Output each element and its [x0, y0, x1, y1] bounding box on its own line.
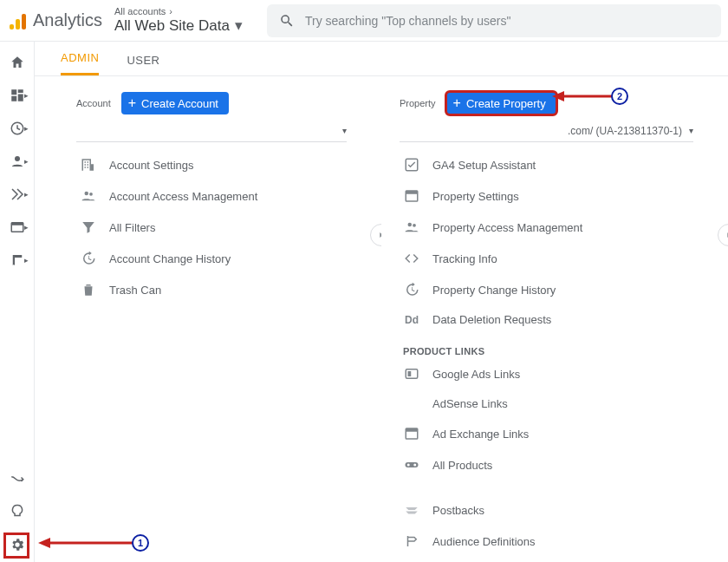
menu-item[interactable]: DdCustom Definitions	[382, 557, 728, 562]
account-selector[interactable]: ▾	[76, 120, 347, 142]
svg-point-10	[413, 224, 416, 227]
svg-point-16	[407, 464, 410, 467]
tab-user[interactable]: USER	[127, 54, 159, 75]
caret-down-icon: ▾	[235, 16, 243, 35]
svg-rect-8	[406, 191, 418, 194]
menu-item[interactable]: Account Change History	[35, 243, 381, 274]
menu-item[interactable]: Trash Can	[35, 274, 381, 305]
left-nav-rail: ▸ ▸ ▸ ▸ ▸ ▸	[0, 42, 35, 562]
product-name: Analytics	[33, 10, 102, 30]
menu-item[interactable]: Postbacks	[382, 494, 728, 526]
menu-item-label: Account Access Management	[109, 190, 257, 203]
create-property-button[interactable]: + Create Property	[446, 92, 556, 114]
panel-icon	[403, 426, 420, 441]
svg-point-9	[408, 223, 413, 227]
breadcrumb-all-accounts: All accounts	[114, 6, 166, 16]
tab-admin[interactable]: ADMIN	[61, 51, 99, 75]
create-account-button[interactable]: + Create Account	[121, 92, 229, 114]
nav-home[interactable]	[7, 52, 28, 73]
chevron-right-icon: ▸	[24, 91, 29, 100]
building-icon	[80, 157, 97, 173]
aud-icon	[403, 533, 420, 549]
menu-item-label: Data Deletion Requests	[432, 313, 551, 326]
trash-icon	[80, 282, 97, 297]
panel-icon	[403, 188, 420, 204]
top-header: Analytics All accounts › All Web Site Da…	[0, 0, 728, 42]
history-icon	[403, 282, 420, 297]
menu-item[interactable]: GA4 Setup Assistant	[382, 149, 728, 180]
menu-item-label: GA4 Setup Assistant	[432, 159, 536, 172]
menu-item-label: Account Settings	[109, 159, 194, 172]
chevron-right-icon: ▸	[24, 223, 29, 232]
svg-rect-3	[11, 223, 23, 225]
menu-item-label: Audience Definitions	[432, 535, 536, 548]
svg-rect-12	[408, 371, 412, 376]
chevron-right-icon: ▸	[24, 124, 29, 133]
account-breadcrumb[interactable]: All accounts › All Web Site Data ▾	[114, 6, 253, 35]
account-menu: Account SettingsAccount Access Managemen…	[35, 149, 381, 305]
chevron-right-icon: ›	[169, 6, 172, 16]
property-selector[interactable]: .com/ (UA-213811370-1) ▾	[400, 120, 693, 142]
global-search[interactable]	[267, 4, 721, 37]
property-menu: GA4 Setup AssistantProperty SettingsProp…	[382, 149, 728, 562]
code-icon	[403, 251, 420, 266]
nav-discover[interactable]	[7, 501, 28, 522]
account-column: Account + Create Account ▾ Account Setti…	[35, 76, 381, 562]
menu-item[interactable]: Audience Definitions	[382, 526, 728, 557]
menu-item-label: Postbacks	[432, 504, 484, 517]
admin-tabs: ADMIN USER	[35, 42, 728, 76]
svg-rect-11	[406, 369, 418, 379]
admin-main: ADMIN USER Account + Create Account ▾ Ac…	[35, 42, 728, 562]
analytics-logo-icon	[7, 10, 26, 31]
menu-item-label: Property Access Management	[432, 221, 582, 234]
menu-item[interactable]: Property Change History	[382, 274, 728, 305]
menu-item[interactable]: Tracking Info	[382, 243, 728, 274]
menu-item[interactable]: Property Settings	[382, 180, 728, 212]
check-icon	[403, 157, 420, 173]
menu-item[interactable]: Google Ads Links	[382, 358, 728, 389]
svg-point-1	[15, 156, 20, 161]
menu-item-label: AdSense Links	[432, 397, 508, 410]
adslogo-icon	[403, 366, 420, 382]
breadcrumb-view-name: All Web Site Data	[114, 17, 230, 35]
svg-rect-14	[406, 428, 418, 432]
create-account-label: Create Account	[141, 97, 218, 110]
chevron-right-icon: ▸	[24, 256, 29, 265]
menu-item-label: Property Settings	[432, 190, 519, 203]
account-column-label: Account	[76, 98, 111, 108]
product-logo[interactable]: Analytics	[7, 10, 102, 31]
menu-item[interactable]: AdSense Links	[382, 389, 728, 418]
svg-point-5	[89, 193, 93, 196]
menu-item[interactable]: DdData Deletion Requests	[382, 305, 728, 334]
annotation-gear-highlight	[3, 533, 29, 559]
section-title-product-links: PRODUCT LINKS	[382, 334, 728, 358]
dd-icon: Dd	[403, 314, 420, 326]
caret-down-icon: ▾	[689, 126, 693, 135]
global-search-input[interactable]	[305, 14, 709, 28]
nav-attribution[interactable]	[7, 468, 28, 489]
users-icon	[80, 188, 97, 204]
menu-item[interactable]: Account Access Management	[35, 180, 381, 212]
caret-down-icon: ▾	[342, 126, 347, 135]
chevron-right-icon: ▸	[24, 190, 29, 199]
menu-item-label: Tracking Info	[432, 252, 497, 265]
property-selector-value: .com/ (UA-213811370-1)	[568, 125, 682, 137]
menu-item[interactable]: All Products	[382, 449, 728, 480]
menu-item[interactable]: Account Settings	[35, 149, 381, 180]
menu-item-label: Trash Can	[109, 284, 161, 297]
chevron-right-icon: ▸	[24, 157, 29, 166]
infinity-icon	[403, 457, 420, 473]
menu-item-label: Account Change History	[109, 252, 231, 265]
menu-item[interactable]: Ad Exchange Links	[382, 418, 728, 449]
funnel-icon	[80, 219, 97, 235]
users-icon	[403, 219, 420, 235]
menu-item-label: Ad Exchange Links	[432, 428, 529, 441]
menu-item-label: All Products	[432, 459, 492, 472]
search-icon	[279, 13, 295, 29]
property-column: Property + Create Property .com/ (UA-213…	[381, 76, 728, 562]
svg-point-17	[413, 464, 416, 467]
menu-item[interactable]: All Filters	[35, 212, 381, 243]
property-column-label: Property	[400, 98, 436, 108]
history-icon	[80, 251, 97, 266]
menu-item[interactable]: Property Access Management	[382, 212, 728, 243]
